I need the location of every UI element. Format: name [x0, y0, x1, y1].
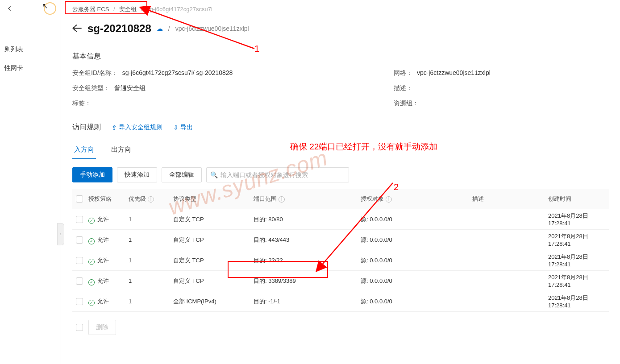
table-row: 允许1自定义 TCP目的: 443/443源: 0.0.0.0/02021年8月…	[72, 230, 609, 250]
cell-time: 2021年8月28日 17:28:41	[548, 253, 609, 268]
allow-icon	[88, 259, 95, 265]
row-checkbox[interactable]	[76, 298, 83, 305]
search-wrap: 🔍	[206, 167, 349, 182]
cell-protocol: 自定义 TCP	[173, 215, 254, 223]
info-icon[interactable]: i	[279, 196, 285, 203]
cell-policy: 允许	[88, 298, 129, 306]
breadcrumb-current: sg-j6c6gt4172cg27scsu7i	[147, 6, 212, 12]
upload-icon: ⇪	[112, 124, 117, 131]
cell-auth: 源: 0.0.0.0/0	[361, 236, 472, 244]
export-rules-button[interactable]: ⇩ 导出	[173, 124, 193, 132]
value-sg-type: 普通安全组	[114, 84, 146, 91]
cell-port: 目的: -1/-1	[254, 298, 361, 306]
allow-icon	[88, 279, 95, 285]
cell-port: 目的: 80/80	[254, 215, 361, 223]
search-input[interactable]	[221, 171, 345, 178]
annotation-label-1: 1	[254, 44, 259, 54]
cell-auth: 源: 0.0.0.0/0	[361, 298, 472, 306]
cell-protocol: 自定义 TCP	[173, 277, 254, 285]
main-content: 云服务器 ECS / 安全组 / sg-j6c6gt4172cg27scsu7i…	[61, 0, 620, 364]
cell-time: 2021年8月28日 17:28:41	[548, 294, 609, 309]
delete-button[interactable]: 删除	[88, 320, 116, 335]
sidebar-item-rules[interactable]: 则列表	[0, 40, 61, 59]
breadcrumb: 云服务器 ECS / 安全组 / sg-j6c6gt4172cg27scsu7i	[72, 0, 609, 15]
cell-port: 目的: 443/443	[254, 236, 361, 244]
basic-info-title: 基本信息	[72, 52, 609, 61]
cell-policy: 允许	[88, 215, 129, 223]
col-policy: 授权策略	[88, 195, 129, 203]
cell-auth: 源: 0.0.0.0/0	[361, 277, 472, 285]
edit-all-button[interactable]: 全部编辑	[162, 167, 202, 182]
tab-inbound[interactable]: 入方向	[72, 142, 96, 159]
cell-auth: 源: 0.0.0.0/0	[361, 215, 472, 223]
label-network: 网络：	[394, 69, 412, 77]
table-row: 允许1自定义 TCP目的: 3389/3389源: 0.0.0.0/02021年…	[72, 271, 609, 291]
vpc-link[interactable]: vpc-j6ctzzwue00jse11zxlpl	[175, 25, 249, 32]
cell-priority: 1	[129, 257, 173, 264]
col-time: 创建时间	[548, 195, 609, 203]
row-checkbox[interactable]	[76, 277, 83, 285]
table-header: 授权策略 优先级i 协议类型 端口范围i 授权对象i 描述 创建时间	[72, 189, 609, 209]
rules-table: 授权策略 优先级i 协议类型 端口范围i 授权对象i 描述 创建时间 允许1自定…	[72, 189, 609, 312]
rules-toolbar: 手动添加 快速添加 全部编辑 🔍	[72, 167, 609, 182]
vpc-icon: ☁	[157, 25, 163, 32]
search-icon: 🔍	[210, 171, 218, 178]
col-desc: 描述	[472, 195, 548, 203]
col-port: 端口范围i	[254, 195, 361, 203]
cell-protocol: 自定义 TCP	[173, 256, 254, 265]
allow-icon	[88, 300, 95, 306]
label-sg-type: 安全组类型：	[72, 84, 110, 92]
page-title: sg-20210828	[87, 22, 151, 35]
add-quick-button[interactable]: 快速添加	[117, 167, 157, 182]
label-resource-group: 资源组：	[394, 99, 419, 108]
cell-time: 2021年8月28日 17:28:41	[548, 232, 609, 247]
breadcrumb-ecs[interactable]: 云服务器 ECS	[72, 6, 109, 12]
download-icon: ⇩	[173, 124, 179, 131]
allow-icon	[88, 218, 95, 224]
cell-priority: 1	[129, 277, 173, 284]
col-auth: 授权对象i	[361, 195, 472, 203]
back-button[interactable]: 🡠	[72, 23, 82, 34]
cell-protocol: 全部 ICMP(IPv4)	[173, 298, 254, 306]
import-rules-button[interactable]: ⇪ 导入安全组规则	[112, 124, 162, 132]
info-icon[interactable]: i	[386, 196, 392, 203]
info-icon[interactable]: i	[148, 196, 154, 203]
label-tags: 标签：	[72, 99, 91, 108]
cell-time: 2021年8月28日 17:28:41	[548, 212, 609, 227]
table-row: 允许1自定义 TCP目的: 80/80源: 0.0.0.0/02021年8月28…	[72, 209, 609, 230]
cell-port: 目的: 3389/3389	[254, 277, 361, 285]
annotation-label-2: 2	[394, 182, 399, 192]
cell-priority: 1	[129, 298, 173, 305]
value-network[interactable]: vpc-j6ctzzwue00jse11zxlpl	[417, 69, 491, 76]
add-manual-button[interactable]: 手动添加	[72, 167, 112, 182]
value-sg-id: sg-j6c6gt4172cg27scsu7i/ sg-20210828	[122, 69, 233, 76]
sidebar-logo	[44, 2, 56, 15]
col-protocol: 协议类型	[173, 195, 254, 203]
cell-policy: 允许	[88, 277, 129, 285]
row-checkbox[interactable]	[76, 257, 83, 264]
label-sg-id: 安全组ID/名称：	[72, 69, 118, 77]
table-row: 允许1自定义 TCP目的: 22/22源: 0.0.0.0/02021年8月28…	[72, 250, 609, 271]
cell-policy: 允许	[88, 236, 129, 244]
cell-priority: 1	[129, 236, 173, 243]
vpc-prefix: /	[168, 25, 170, 32]
cell-priority: 1	[129, 216, 173, 223]
cell-time: 2021年8月28日 17:28:41	[548, 273, 609, 288]
sidebar-back-button[interactable]	[4, 3, 15, 14]
tab-outbound[interactable]: 出方向	[109, 142, 133, 159]
sidebar-item-nic[interactable]: 性网卡	[0, 59, 61, 78]
access-rules-title: 访问规则	[72, 123, 101, 132]
allow-icon	[88, 238, 95, 244]
cell-port: 目的: 22/22	[254, 256, 361, 265]
annotation-text: 确保 22端口已经打开，没有就手动添加	[290, 141, 437, 153]
select-all-checkbox[interactable]	[76, 195, 83, 203]
cell-protocol: 自定义 TCP	[173, 236, 254, 244]
row-checkbox[interactable]	[76, 216, 83, 223]
basic-info-grid: 安全组ID/名称： sg-j6c6gt4172cg27scsu7i/ sg-20…	[72, 69, 609, 108]
row-checkbox[interactable]	[76, 236, 83, 244]
col-priority: 优先级i	[129, 195, 173, 203]
label-description: 描述：	[394, 84, 412, 92]
table-row: 允许1全部 ICMP(IPv4)目的: -1/-1源: 0.0.0.0/0202…	[72, 291, 609, 312]
select-all-footer-checkbox[interactable]	[76, 324, 83, 331]
breadcrumb-security-group[interactable]: 安全组	[119, 6, 137, 12]
